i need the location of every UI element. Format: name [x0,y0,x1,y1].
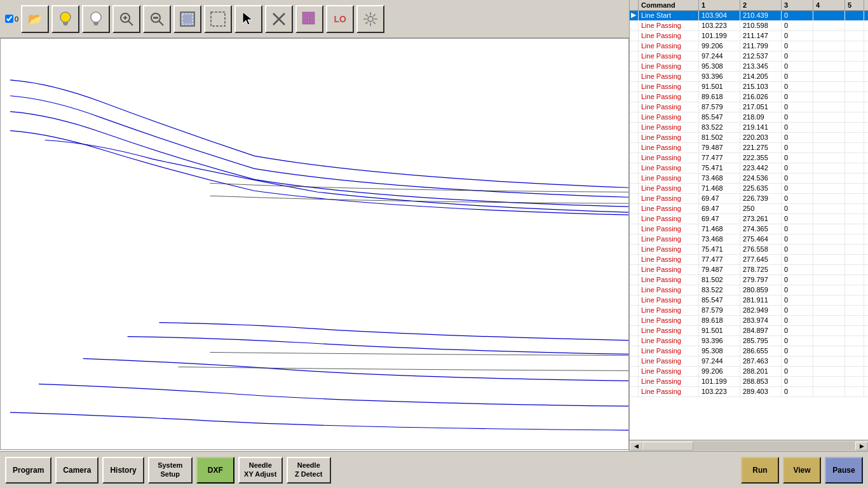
history-button[interactable]: History [102,457,144,484]
row-command: Line Passing [639,255,699,264]
table-row[interactable]: Line Passing99.206288.2010 [630,367,868,377]
row-v4 [813,31,845,41]
zoom-fit-button[interactable] [143,5,171,33]
scroll-thumb[interactable] [642,442,693,451]
system-setup-button[interactable]: SystemSetup [148,457,193,484]
row-v1: 79.487 [699,143,740,152]
lo-button[interactable]: LO [326,5,354,33]
row-arrow [630,356,639,366]
col-5: 5 [845,0,864,10]
row-v4 [813,245,845,254]
row-v2: 282.949 [740,306,782,315]
needle-z-button[interactable]: NeedleZ Detect [287,457,331,484]
table-row[interactable]: Line Passing93.396214.2050 [630,72,868,82]
table-row[interactable]: Line Passing79.487278.7250 [630,265,868,275]
row-v3: 0 [782,133,813,142]
dashed-select-button[interactable] [204,5,232,33]
table-row[interactable]: Line Passing77.477222.3550 [630,153,868,163]
row-arrow [630,82,639,92]
scroll-track[interactable] [642,442,855,451]
table-row[interactable]: Line Passing85.547218.090 [630,112,868,123]
cross-button[interactable] [265,5,293,33]
light-bulb-on-button[interactable] [51,5,79,33]
view-button[interactable]: View [783,457,821,484]
row-arrow [630,265,639,274]
table-row[interactable]: Line Passing73.468275.4640 [630,234,868,245]
program-button[interactable]: Program [5,457,51,484]
row-command: Line Passing [639,224,699,234]
table-row[interactable]: Line Passing95.308213.3450 [630,62,868,72]
canvas-area[interactable] [0,38,629,450]
table-row[interactable]: Line Passing71.468274.3650 [630,224,868,234]
table-row[interactable]: Line Passing79.487221.2750 [630,143,868,153]
row-v1: 75.471 [699,245,740,254]
table-row[interactable]: Line Passing89.618216.0260 [630,92,868,102]
open-folder-button[interactable]: 📂 [21,5,49,33]
table-row[interactable]: Line Passing69.47226.7390 [630,194,868,204]
row-v3: 0 [782,336,813,346]
table-row[interactable]: Line Passing95.308286.6550 [630,346,868,356]
row-v2: 218.09 [740,112,782,122]
table-row[interactable]: ▶Line Start103.904210.4390 [630,11,868,21]
row-v3: 0 [782,143,813,152]
table-row[interactable]: Line Passing101.199288.8530 [630,377,868,387]
table-row[interactable]: Line Passing99.206211.7990 [630,41,868,51]
light-bulb-off-button[interactable] [82,5,110,33]
scroll-right-btn[interactable]: ▶ [855,442,868,451]
table-row[interactable]: Line Passing81.502279.7970 [630,275,868,285]
table-row[interactable]: Line Passing85.547281.9110 [630,295,868,306]
toolbar-checkbox[interactable] [5,15,13,23]
table-row[interactable]: Line Passing75.471276.5580 [630,245,868,255]
svg-rect-20 [309,12,315,18]
table-row[interactable]: Line Passing75.471223.4420 [630,163,868,173]
dxf-button[interactable]: DXF [196,457,234,484]
row-v4 [813,234,845,244]
table-row[interactable]: Line Passing73.468224.5360 [630,173,868,184]
row-v1: 101.199 [699,377,740,386]
table-row[interactable]: Line Passing89.618283.9740 [630,316,868,326]
col-arrow [630,0,639,10]
row-v2: 211.799 [740,41,782,51]
table-row[interactable]: Line Passing77.477277.6450 [630,255,868,265]
row-v3: 0 [782,275,813,285]
row-v4 [813,184,845,193]
row-v2: 210.598 [740,21,782,30]
grid-button[interactable] [295,5,323,33]
pause-button[interactable]: Pause [825,457,863,484]
table-row[interactable]: Line Passing81.502220.2030 [630,133,868,143]
cursor-button[interactable] [234,5,262,33]
table-row[interactable]: Line Passing103.223289.4030 [630,387,868,397]
row-v1: 83.522 [699,285,740,295]
right-scrollbar[interactable]: ◀ ▶ [630,440,868,451]
table-row[interactable]: Line Passing103.223210.5980 [630,21,868,31]
table-row[interactable]: Line Passing91.501215.1030 [630,82,868,92]
scroll-left-btn[interactable]: ◀ [630,442,642,451]
settings-button[interactable] [356,5,384,33]
table-row[interactable]: Line Passing101.199211.1470 [630,31,868,41]
needle-xy-button[interactable]: NeedleXY Adjust [238,457,283,484]
table-row[interactable]: Line Passing83.522280.8590 [630,285,868,295]
svg-line-7 [128,21,133,25]
row-command: Line Passing [639,123,699,132]
table-row[interactable]: Line Passing83.522219.1410 [630,123,868,133]
table-row[interactable]: Line Passing69.47273.2610 [630,214,868,224]
table-row[interactable]: Line Passing93.396285.7950 [630,336,868,346]
select-all-button[interactable] [173,5,201,33]
row-v3: 0 [782,346,813,356]
row-v5 [845,234,864,244]
camera-button[interactable]: Camera [55,457,98,484]
row-v2: 279.797 [740,275,782,285]
run-button[interactable]: Run [741,457,779,484]
row-v5 [845,326,864,336]
row-v1: 75.471 [699,163,740,173]
table-row[interactable]: Line Passing71.468225.6350 [630,184,868,194]
row-v4 [813,295,845,305]
grid-scroll[interactable]: ▶Line Start103.904210.4390Line Passing10… [630,11,868,440]
zoom-in-button[interactable] [112,5,140,33]
table-row[interactable]: Line Passing69.472500 [630,204,868,214]
table-row[interactable]: Line Passing87.579217.0510 [630,102,868,112]
table-row[interactable]: Line Passing91.501284.8970 [630,326,868,336]
table-row[interactable]: Line Passing87.579282.9490 [630,306,868,316]
table-row[interactable]: Line Passing97.244212.5370 [630,51,868,62]
table-row[interactable]: Line Passing97.244287.4630 [630,356,868,367]
